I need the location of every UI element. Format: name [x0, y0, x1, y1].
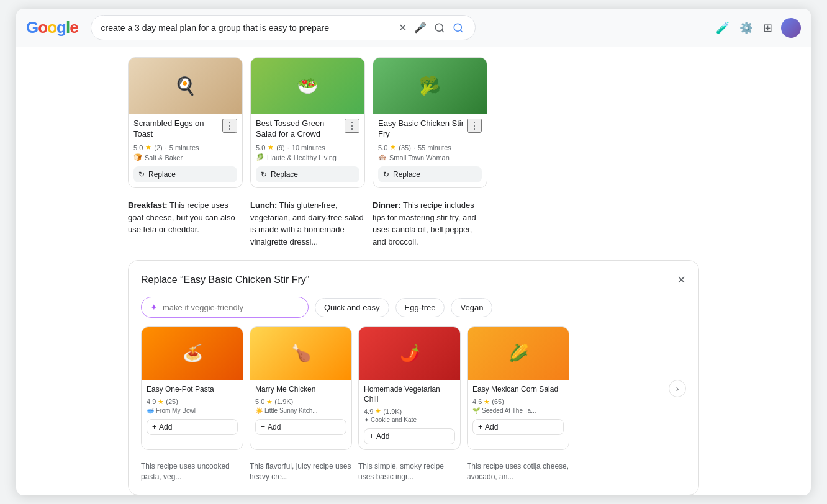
replace-panel-header: Replace “Easy Basic Chicken Stir Fry” ✕: [141, 273, 686, 287]
browser-window: Google ✕ 🎤 🧪 ⚙️ ⊞: [16, 9, 811, 495]
breakfast-recipe-image: 🍳: [129, 58, 242, 114]
filter-chip-egg-free[interactable]: Egg-free: [395, 298, 445, 317]
pasta-source: 🥣 From My Bowl: [147, 407, 238, 414]
replacement-cards-row: 🍝 Easy One-Pot Pasta 4.9 ★ (25) 🥣: [141, 326, 662, 450]
dinner-recipe-image: 🥦: [373, 58, 487, 114]
corn-card-image: 🌽: [468, 327, 569, 380]
voice-search-button[interactable]: 🎤: [413, 20, 428, 35]
replacement-descriptions-row: This recipe uses uncooked pasta, veg... …: [141, 456, 686, 482]
breakfast-more-options-button[interactable]: ⋮: [222, 119, 237, 133]
chicken-add-button[interactable]: + Add: [255, 419, 346, 435]
corn-source: 🌱 Seeded At The Ta...: [472, 407, 564, 414]
dinner-recipe-meta: 5.0 ★ (35) · 55 minutes: [378, 143, 482, 151]
chili-card-meta: 4.9 ★ (1.9K): [364, 407, 455, 415]
breakfast-recipe-meta: 5.0 ★ (2) · 5 minutes: [133, 143, 237, 151]
svg-point-0: [435, 24, 443, 31]
pasta-card-image: 🍝: [142, 327, 243, 380]
replace-arrows-icon: ↻: [138, 170, 145, 179]
lens-search-button[interactable]: [433, 21, 446, 35]
pasta-star-icon: ★: [158, 398, 164, 406]
chicken-source: ☀️ Little Sunny Kitch...: [255, 407, 346, 414]
dinner-rating: 5.0: [378, 144, 387, 151]
replace-search-row: ✦ Quick and easy Egg-free Vegan: [141, 297, 686, 318]
breakfast-source: Salt & Baker: [145, 154, 183, 161]
corn-card-title: Easy Mexican Corn Salad: [472, 385, 564, 395]
filter-chip-quick-easy[interactable]: Quick and easy: [315, 298, 389, 317]
dinner-recipe-card: 🥦 Easy Basic Chicken Stir Fry ⋮ 5.0 ★ (3…: [373, 57, 487, 188]
breakfast-source-row: 🍞 Salt & Baker: [133, 153, 237, 161]
lunch-replace-button[interactable]: ↻ Replace: [256, 166, 359, 182]
chicken-card-image: 🍗: [250, 327, 351, 380]
chicken-card-title: Marry Me Chicken: [255, 385, 346, 395]
chili-add-button[interactable]: + Add: [364, 428, 455, 444]
search-button[interactable]: [451, 21, 465, 35]
lunch-recipe-title: Best Tossed Green Salad for a Crowd: [256, 119, 345, 140]
lunch-more-options-button[interactable]: ⋮: [345, 119, 359, 133]
chili-description: This simple, smoky recipe uses basic ing…: [358, 456, 461, 482]
dinner-recipe-title: Easy Basic Chicken Stir Fry: [378, 119, 467, 140]
next-replacements-button[interactable]: ›: [669, 380, 686, 397]
dinner-star-icon: ★: [390, 143, 396, 151]
filter-chip-vegan[interactable]: Vegan: [451, 298, 492, 317]
dinner-replace-button[interactable]: ↻ Replace: [378, 166, 482, 182]
replace-search-input[interactable]: [163, 303, 299, 312]
replacement-card-chili: 🌶️ Homemade Vegetarian Chili 4.9 ★ (1.9K…: [358, 326, 461, 450]
google-logo: Google: [26, 18, 78, 37]
breakfast-reviews: (2): [154, 144, 162, 151]
breakfast-recipe-title: Scrambled Eggs on Toast: [133, 119, 222, 140]
pasta-card-meta: 4.9 ★ (25): [147, 398, 238, 406]
dinner-card-body: Easy Basic Chicken Stir Fry ⋮ 5.0 ★ (35)…: [373, 114, 487, 187]
corn-description: This recipe uses cotija cheese, avocado,…: [467, 456, 569, 482]
lab-icon-button[interactable]: 🧪: [715, 20, 731, 36]
lunch-recipe-card: 🥗 Best Tossed Green Salad for a Crowd ⋮ …: [250, 57, 365, 188]
lunch-reviews: (9): [276, 144, 284, 151]
pasta-card-title: Easy One-Pot Pasta: [147, 385, 238, 395]
chicken-card-body: Marry Me Chicken 5.0 ★ (1.9K) ☀️ Little …: [250, 380, 351, 440]
corn-star-icon: ★: [484, 398, 490, 406]
replace-panel-close-button[interactable]: ✕: [677, 273, 686, 287]
dinner-source-row: 🏘️ Small Town Woman: [378, 153, 482, 161]
lunch-time: 10 minutes: [292, 144, 325, 151]
replacement-card-chicken: 🍗 Marry Me Chicken 5.0 ★ (1.9K) ☀️: [250, 326, 352, 450]
lunch-rating: 5.0: [256, 144, 265, 151]
breakfast-recipe-card: 🍳 Scrambled Eggs on Toast ⋮ 5.0 ★ (2) · …: [128, 57, 243, 188]
replace-panel-title: Replace “Easy Basic Chicken Stir Fry”: [141, 274, 309, 286]
corn-card-meta: 4.6 ★ (65): [472, 398, 564, 406]
chicken-card-meta: 5.0 ★ (1.9K): [255, 398, 346, 406]
breakfast-replace-button[interactable]: ↻ Replace: [133, 166, 237, 182]
dinner-more-options-button[interactable]: ⋮: [467, 119, 482, 133]
corn-card-body: Easy Mexican Corn Salad 4.6 ★ (65) 🌱 See…: [468, 380, 569, 440]
settings-icon-button[interactable]: ⚙️: [738, 20, 754, 36]
dinner-source: Small Town Woman: [389, 154, 450, 161]
pasta-add-button[interactable]: + Add: [147, 419, 238, 435]
corn-add-button[interactable]: + Add: [472, 419, 564, 435]
page-content: 🍳 Scrambled Eggs on Toast ⋮ 5.0 ★ (2) · …: [16, 47, 811, 495]
breakfast-rating: 5.0: [133, 144, 143, 151]
search-input[interactable]: [101, 23, 392, 33]
avatar[interactable]: [781, 18, 801, 38]
chicken-star-icon: ★: [266, 398, 273, 406]
lunch-recipe-image: 🥗: [251, 58, 364, 114]
clear-search-button[interactable]: ✕: [397, 20, 408, 35]
breakfast-star-icon: ★: [145, 143, 151, 151]
lunch-source-row: 🥬 Haute & Healthy Living: [256, 153, 359, 161]
lunch-recipe-meta: 5.0 ★ (9) · 10 minutes: [256, 143, 359, 151]
search-bar: ✕ 🎤: [91, 15, 476, 40]
lunch-star-icon: ★: [268, 143, 274, 151]
dinner-time: 55 minutes: [418, 144, 451, 151]
meal-descriptions-row: Breakfast: This recipe uses goat cheese,…: [128, 196, 699, 248]
lunch-source: Haute & Healthy Living: [267, 154, 337, 161]
replacement-card-pasta: 🍝 Easy One-Pot Pasta 4.9 ★ (25) 🥣: [141, 326, 243, 450]
chili-card-body: Homemade Vegetarian Chili 4.9 ★ (1.9K) ✦…: [359, 380, 460, 449]
chili-card-image: 🌶️: [359, 327, 460, 380]
chili-card-title: Homemade Vegetarian Chili: [364, 385, 455, 404]
breakfast-time: 5 minutes: [169, 144, 199, 151]
lunch-card-body: Best Tossed Green Salad for a Crowd ⋮ 5.…: [251, 114, 364, 187]
replace-search-icon: ✦: [150, 302, 158, 312]
search-icons: ✕ 🎤: [397, 20, 465, 35]
grid-icon-button[interactable]: ⊞: [762, 20, 774, 36]
replacement-cards-container: 🍝 Easy One-Pot Pasta 4.9 ★ (25) 🥣: [141, 326, 686, 450]
browser-toolbar: Google ✕ 🎤 🧪 ⚙️ ⊞: [16, 9, 811, 47]
replace-arrows-icon-dinner: ↻: [383, 170, 389, 179]
toolbar-right: 🧪 ⚙️ ⊞: [715, 18, 801, 38]
